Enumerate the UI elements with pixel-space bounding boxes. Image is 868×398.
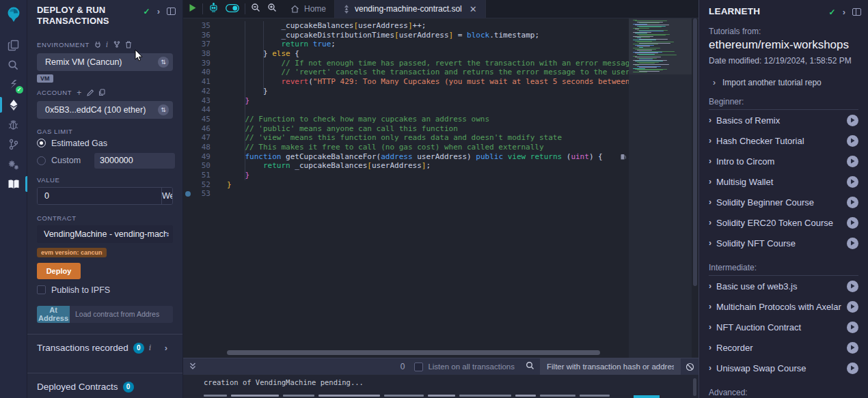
chevron-right-icon[interactable]: ›: [709, 115, 711, 125]
chevron-right-icon[interactable]: ›: [709, 156, 711, 166]
chevron-right-icon[interactable]: ›: [709, 302, 711, 311]
value-unit-select[interactable]: Wei ▴▾: [161, 188, 173, 204]
ai-copilot-icon[interactable]: [208, 3, 219, 15]
tutorial-item[interactable]: ›Intro to Circom: [709, 151, 858, 171]
code-line[interactable]: 43 }: [183, 96, 699, 106]
terminal-filter-input[interactable]: [540, 358, 681, 375]
editor-vertical-scrollbar[interactable]: [692, 18, 699, 358]
code-line[interactable]: 45 // Function to check how many cupcake…: [183, 115, 699, 124]
tutorial-item[interactable]: ›Recorder: [709, 337, 858, 358]
editor-horizontal-scrollbar[interactable]: [227, 350, 600, 355]
start-tutorial-play-button[interactable]: [847, 197, 858, 208]
start-tutorial-play-button[interactable]: [847, 301, 858, 313]
ai-toggle-switch[interactable]: [226, 3, 239, 15]
remix-logo[interactable]: [5, 5, 23, 26]
code-line[interactable]: 52}: [183, 180, 699, 190]
chevron-right-icon[interactable]: ›: [709, 281, 711, 291]
value-input[interactable]: [38, 188, 161, 204]
estimated-gas-radio[interactable]: [37, 139, 46, 147]
start-tutorial-play-button[interactable]: [847, 342, 858, 354]
tutorial-item[interactable]: ›Basic use of web3.js: [709, 276, 858, 296]
sidebar-item-learneth[interactable]: [0, 174, 27, 194]
tutorial-item[interactable]: ›Multisig Wallet: [709, 171, 858, 192]
custom-gas-input[interactable]: [94, 153, 175, 169]
sidebar-item-file-explorer[interactable]: [0, 35, 27, 55]
debug-button-clipped[interactable]: [634, 395, 660, 398]
chevron-right-icon[interactable]: ›: [709, 177, 711, 186]
code-line[interactable]: 49 function getCupcakeBalanceFor(address…: [183, 152, 699, 162]
edit-icon[interactable]: [87, 89, 94, 96]
gutter-marker[interactable]: [183, 143, 193, 152]
account-select[interactable]: 0x5B3...eddC4 (100 ether) ⇅: [37, 101, 173, 119]
publish-ipfs-checkbox[interactable]: [37, 285, 46, 294]
run-script-button[interactable]: [189, 3, 197, 15]
tutorial-item[interactable]: ›Multichain Protocols with Axelar: [709, 296, 858, 317]
pin-panel-icon[interactable]: [167, 8, 176, 15]
code-line[interactable]: 47 // 'view' means this function only re…: [183, 133, 699, 143]
chevron-right-icon[interactable]: ›: [709, 363, 711, 373]
code-line[interactable]: 39 // If not enough time has passed, rev…: [183, 59, 699, 68]
code-line[interactable]: 35 _cupcakeBalances[userAddress]++;: [183, 21, 699, 31]
tutorial-item[interactable]: ›Solidity Beginner Course: [709, 192, 858, 212]
expand-transactions-icon[interactable]: ›: [165, 343, 167, 353]
chevron-right-icon[interactable]: ›: [709, 343, 711, 352]
tutorial-item[interactable]: ›Uniswap Swap Course: [709, 358, 858, 378]
gutter-marker[interactable]: [183, 152, 193, 162]
sidebar-item-settings[interactable]: [0, 154, 27, 174]
gutter-marker[interactable]: [183, 115, 193, 124]
gutter-marker[interactable]: [183, 59, 193, 68]
tutorial-item[interactable]: ›Solidity ERC20 Token Course: [709, 212, 858, 233]
transactions-recorded-row[interactable]: Transactions recorded 0 i ›: [27, 334, 182, 362]
start-tutorial-play-button[interactable]: [847, 176, 858, 188]
chevron-right-icon[interactable]: ›: [709, 197, 711, 207]
tutorial-item[interactable]: ›Solidity NFT Course: [709, 233, 858, 253]
tab-home[interactable]: Home: [282, 0, 335, 18]
gutter-marker[interactable]: [183, 68, 193, 77]
start-tutorial-play-button[interactable]: [847, 156, 858, 167]
pin-panel-icon[interactable]: [852, 8, 861, 16]
plug-icon[interactable]: [94, 41, 101, 48]
code-line[interactable]: 38 } else {: [183, 49, 699, 59]
environment-select[interactable]: Remix VM (Cancun) ⇅: [37, 53, 173, 71]
chevron-right-icon[interactable]: ›: [157, 6, 160, 16]
info-icon[interactable]: i: [106, 40, 109, 50]
start-tutorial-play-button[interactable]: [847, 238, 858, 249]
chevron-right-icon[interactable]: ›: [709, 238, 711, 248]
copy-icon[interactable]: [98, 89, 105, 96]
deployed-contracts-row[interactable]: Deployed Contracts 0: [27, 373, 182, 398]
close-tab-icon[interactable]: ✕: [470, 4, 477, 14]
start-tutorial-play-button[interactable]: [847, 322, 858, 333]
gutter-marker[interactable]: [183, 171, 193, 180]
code-line[interactable]: 40 // 'revert' cancels the transaction a…: [183, 68, 699, 77]
zoom-out-icon[interactable]: [251, 3, 260, 15]
code-line[interactable]: 48 // This makes it free to call (no gas…: [183, 143, 699, 152]
code-editor[interactable]: 35 _cupcakeBalances[userAddress]++;36 _c…: [183, 18, 699, 358]
code-line[interactable]: 44: [183, 105, 699, 115]
at-address-button[interactable]: At Address: [37, 306, 70, 323]
gutter-marker[interactable]: [183, 87, 193, 96]
gutter-marker[interactable]: [183, 49, 193, 59]
code-line[interactable]: 41 revert("HTTP 429: Too Many Cupcakes (…: [183, 77, 699, 87]
expand-terminal-icon[interactable]: [189, 360, 197, 373]
contract-select[interactable]: VendingMachine - vending-machin ▴▾: [37, 225, 173, 243]
breakpoint-dot[interactable]: [183, 189, 193, 199]
gutter-marker[interactable]: [183, 77, 193, 87]
start-tutorial-play-button[interactable]: [847, 135, 858, 147]
code-line[interactable]: 36 _cupcakeDistributionTimes[userAddress…: [183, 31, 699, 40]
info-icon[interactable]: i: [149, 343, 151, 353]
chevron-right-icon[interactable]: ›: [709, 218, 711, 227]
gutter-marker[interactable]: [183, 105, 193, 115]
start-tutorial-play-button[interactable]: [847, 217, 858, 229]
code-line[interactable]: 37 return true;: [183, 40, 699, 49]
gutter-marker[interactable]: [183, 124, 193, 134]
gutter-marker[interactable]: [183, 96, 193, 106]
terminal-scrollbar[interactable]: [693, 378, 696, 396]
terminal-log[interactable]: creation of VendingMachine pending...: [183, 375, 699, 398]
zoom-in-icon[interactable]: [267, 3, 277, 15]
tutorial-item[interactable]: ›Basics of Remix: [709, 110, 858, 130]
code-line[interactable]: 50 return _cupcakeBalances[userAddress];: [183, 161, 699, 171]
account-dropdown-icon[interactable]: ⇅: [158, 104, 169, 115]
code-line[interactable]: 53: [183, 189, 699, 199]
code-line[interactable]: 42 }: [183, 87, 699, 96]
start-tutorial-play-button[interactable]: [847, 115, 858, 126]
